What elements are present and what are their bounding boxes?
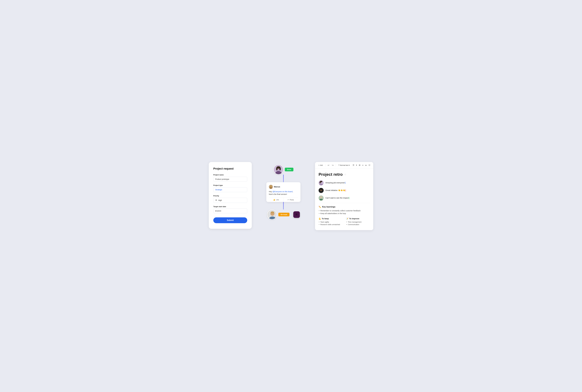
avatar-woman xyxy=(273,164,284,175)
improve-icon: 📝 xyxy=(346,218,348,220)
svg-point-5 xyxy=(279,167,281,170)
comment-card: Marcus Hey @Everyone on this board, here… xyxy=(266,182,300,202)
on-track-badge: On track xyxy=(278,213,290,216)
add-button[interactable]: + Add xyxy=(317,164,324,167)
project-type-label: Project type xyxy=(213,184,247,186)
priority-group: Priority 👁 High xyxy=(213,195,247,203)
text-type-icon: T xyxy=(338,164,339,166)
retro-toolbar: + Add ↩ ↪ T Normal text ▾ ☰ ▾ ⊞ ≡ ≣ ☑ xyxy=(315,162,373,168)
bullet-list-button[interactable]: ≡ xyxy=(361,164,364,167)
text-type-label: Normal text xyxy=(340,164,348,166)
columns-icon-button[interactable]: ⊞ xyxy=(358,164,361,167)
to-keep-heading: 💪 To keep xyxy=(319,218,342,220)
comment-prefix: Hey xyxy=(269,190,273,192)
svg-point-6 xyxy=(270,186,272,187)
eye-icon: 👁 xyxy=(215,199,217,202)
learning-item-1: Remember to constantly collect customer … xyxy=(320,210,370,212)
thread-avatar-3 xyxy=(319,196,324,200)
svg-point-17 xyxy=(319,191,323,193)
middle-section: Done Marcus Hey @Everyone on this board,… xyxy=(257,162,310,220)
thread-avatar-2 xyxy=(319,188,324,193)
project-type-group: Project type xyxy=(213,184,247,192)
key-learnings-heading: ✏️ Key learnings xyxy=(319,206,370,208)
svg-point-15 xyxy=(320,182,321,184)
svg-point-13 xyxy=(319,184,323,186)
page-wrapper: Project request Project name Project typ… xyxy=(209,162,373,230)
done-avatar-row: Done xyxy=(273,164,294,175)
thread-text-1: Amazing job everyone! xyxy=(325,180,370,184)
thread-text-3: Can't wait to see the impact xyxy=(325,196,370,200)
align-icon-button[interactable]: ☰ xyxy=(352,164,355,167)
svg-point-21 xyxy=(320,196,322,198)
keep-item-1: Team agility xyxy=(320,221,342,223)
cursor-2 xyxy=(346,190,346,192)
done-badge: Done xyxy=(285,168,294,171)
svg-point-4 xyxy=(276,167,277,170)
target-date-group: Target start date xyxy=(213,206,247,213)
like-label: Like xyxy=(276,199,279,201)
svg-point-20 xyxy=(319,199,323,200)
keep-item-2: Research skills unmatched xyxy=(320,224,342,226)
retro-title: Project retro xyxy=(319,172,343,177)
text-type-selector[interactable]: T Normal text ▾ xyxy=(337,164,351,167)
muscle-icon: 💪 xyxy=(319,218,321,220)
retro-title-row: Project retro ☆ xyxy=(319,172,370,177)
numbered-list-button[interactable]: ≣ xyxy=(364,164,368,167)
chevron-down-icon: ▾ xyxy=(349,164,350,166)
comment-actions: 👍 Like ↩ Reply xyxy=(269,198,298,202)
connector-line-bottom xyxy=(283,202,284,210)
form-title: Project request xyxy=(213,167,247,170)
submit-button[interactable]: Submit xyxy=(213,217,247,223)
svg-point-9 xyxy=(269,216,276,220)
add-label: Add xyxy=(320,164,323,166)
project-type-input[interactable] xyxy=(213,187,247,192)
to-keep-col: 💪 To keep Team agility Research skills u… xyxy=(319,218,342,226)
two-col: 💪 To keep Team agility Research skills u… xyxy=(319,218,370,226)
svg-point-7 xyxy=(269,187,272,189)
svg-point-18 xyxy=(320,188,322,190)
slack-icon: ⌗ xyxy=(293,211,300,218)
reply-label: Reply xyxy=(290,199,294,201)
thread-1: Amazing job everyone! xyxy=(319,180,370,186)
project-name-group: Project name xyxy=(213,174,247,182)
improve-item-2: Communication xyxy=(348,224,370,226)
avatar-man xyxy=(267,210,277,220)
reply-button[interactable]: ↩ Reply xyxy=(284,198,298,202)
target-date-label: Target start date xyxy=(213,206,247,208)
project-name-input[interactable] xyxy=(213,177,247,182)
svg-point-1 xyxy=(275,171,282,174)
priority-label: Priority xyxy=(213,195,247,197)
to-improve-heading: 📝 To improve xyxy=(346,218,370,220)
thread-avatar-1 xyxy=(319,180,324,186)
star-icon[interactable]: ☆ xyxy=(344,173,346,176)
section-divider xyxy=(319,203,370,203)
to-improve-col: 📝 To improve Time management Communicati… xyxy=(346,218,370,226)
target-date-input[interactable] xyxy=(213,208,247,213)
like-icon: 👍 xyxy=(273,199,275,201)
comment-author-row: Marcus xyxy=(269,185,298,189)
checklist-button[interactable]: ☑ xyxy=(368,164,371,167)
comment-avatar xyxy=(269,185,273,189)
form-card: Project request Project name Project typ… xyxy=(209,162,252,229)
comment-mention[interactable]: @Everyone on this board xyxy=(273,190,293,192)
retro-card: + Add ↩ ↪ T Normal text ▾ ☰ ▾ ⊞ ≡ ≣ ☑ xyxy=(315,162,373,230)
cursor-1 xyxy=(345,182,345,184)
undo-button[interactable]: ↩ xyxy=(327,164,330,167)
priority-input[interactable]: 👁 High xyxy=(213,198,247,203)
priority-value: High xyxy=(218,199,222,201)
retro-content: Project retro ☆ Amazing job everyone! xyxy=(315,168,373,230)
redo-button[interactable]: ↪ xyxy=(331,164,334,167)
reply-icon: ↩ xyxy=(288,199,289,201)
plus-icon: + xyxy=(318,164,319,166)
connector-line-top xyxy=(283,175,284,182)
project-name-label: Project name xyxy=(213,174,247,176)
pencil-icon: ✏️ xyxy=(319,206,321,208)
key-learnings-section: ✏️ Key learnings Remember to constantly … xyxy=(319,206,370,214)
chevron-down-icon-btn[interactable]: ▾ xyxy=(355,164,358,167)
learning-item-2: Keep all stakeholders in the loop xyxy=(320,212,370,214)
svg-point-11 xyxy=(271,212,274,214)
thread-2: Great initiative 👏👏👏 xyxy=(319,188,370,193)
toolbar-icon-group: ☰ ▾ ⊞ ≡ ≣ ☑ xyxy=(352,164,371,167)
cursor-3 xyxy=(349,197,349,199)
like-button[interactable]: 👍 Like xyxy=(269,198,284,202)
